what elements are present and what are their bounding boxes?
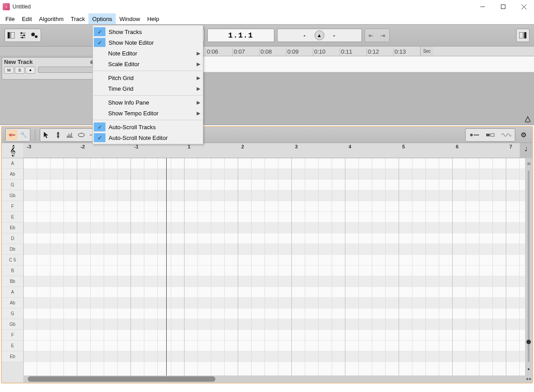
bar-number: 6 — [456, 144, 458, 149]
amplitude-tool-icon[interactable] — [64, 130, 75, 140]
menuitem-note-editor[interactable]: Note Editor▶ — [93, 48, 203, 59]
note-value-icon[interactable]: ♩ — [520, 143, 532, 158]
grid-row — [23, 287, 525, 298]
submenu-arrow-icon: ▶ — [194, 110, 203, 116]
svg-point-12 — [31, 33, 35, 36]
menu-help[interactable]: Help — [143, 13, 163, 24]
vertical-zoom-slider[interactable]: ≋ • — [525, 158, 532, 375]
menuitem-show-tempo-editor[interactable]: Show Tempo Editor▶ — [93, 108, 203, 118]
menuitem-show-info-pane[interactable]: Show Info Pane▶ — [93, 97, 203, 108]
vslider-top-icon: ≋ — [527, 161, 531, 167]
menu-edit[interactable]: Edit — [18, 13, 35, 24]
tempo-right: - — [333, 32, 335, 39]
grid-row — [23, 266, 525, 276]
track-name: New Track — [4, 59, 33, 65]
close-button[interactable] — [513, 0, 534, 13]
layout-panels-icon[interactable] — [6, 30, 17, 41]
pitch-label: Gb — [2, 319, 23, 330]
menuitem-label: Scale Editor — [105, 61, 194, 67]
bar-number: 1 — [188, 144, 190, 149]
wrench-icon[interactable]: 🔧 — [18, 130, 29, 140]
pitch-label: Gb — [2, 190, 23, 201]
menuitem-pitch-grid[interactable]: Pitch Grid▶ — [93, 72, 203, 83]
grid-row — [23, 190, 525, 201]
menuitem-label: Show Tempo Editor — [105, 110, 194, 117]
menuitem-label: Show Note Editor — [106, 39, 194, 46]
horizontal-scrollbar[interactable] — [23, 375, 525, 383]
track-mute-button[interactable]: M — [4, 67, 14, 74]
vslider-bottom-icon: • — [528, 366, 530, 373]
grid-row — [23, 201, 525, 212]
pitch-label: Eb — [2, 351, 23, 362]
menuitem-scale-editor[interactable]: Scale Editor▶ — [93, 59, 203, 69]
svg-point-36 — [470, 134, 473, 136]
menuitem-auto-scroll-note-editor[interactable]: ✓Auto-Scroll Note Editor — [93, 132, 203, 143]
svg-point-32 — [78, 133, 84, 137]
pitch-label: E — [2, 212, 23, 223]
time-tick: 0:13 — [393, 48, 420, 56]
svg-rect-1 — [501, 5, 505, 9]
note-ruler[interactable]: -3-2-11234567 — [23, 143, 520, 158]
svg-point-13 — [35, 35, 38, 38]
minimize-button[interactable] — [472, 0, 493, 13]
pitch-label: A — [2, 287, 23, 298]
menuitem-show-tracks[interactable]: ✓Show Tracks — [93, 26, 203, 37]
svg-rect-18 — [524, 32, 526, 38]
check-icon: ✓ — [94, 122, 105, 131]
view-mode-bars-icon[interactable] — [483, 130, 498, 140]
menuitem-auto-scroll-tracks[interactable]: ✓Auto-Scroll Tracks — [93, 122, 203, 132]
time-unit-label[interactable]: Sec — [420, 46, 433, 56]
grid-row — [23, 341, 525, 351]
right-panel-icon[interactable] — [517, 30, 528, 41]
menuitem-label: Show Tracks — [106, 29, 194, 35]
tempo-display[interactable]: - ▲ - — [277, 29, 362, 42]
playhead[interactable] — [166, 158, 167, 375]
transport-position[interactable]: 1.1.1 — [207, 29, 274, 42]
grid-row — [23, 244, 525, 255]
menubar: FileEditAlgorithmTrackOptionsWindowHelp — [0, 13, 534, 24]
menu-options[interactable]: Options — [88, 13, 116, 24]
note-blob-tool-icon[interactable] — [76, 130, 87, 140]
blob-tool-icon[interactable] — [29, 30, 40, 41]
vslider-thumb[interactable] — [526, 340, 531, 344]
gear-icon[interactable]: ⚙ — [518, 130, 529, 140]
corner-resize-icon[interactable] — [525, 375, 532, 383]
svg-point-9 — [21, 32, 22, 34]
track-area: New Track ⊕ MS● 0:020:030:040:050:060:07… — [0, 46, 534, 125]
check-icon — [93, 59, 105, 69]
track-volume-slider[interactable] — [38, 67, 94, 73]
view-mode-blobs-icon[interactable] — [467, 130, 482, 140]
menuitem-show-note-editor[interactable]: ✓Show Note Editor — [93, 37, 203, 48]
check-icon — [93, 48, 105, 58]
view-mode-waveform-icon[interactable] — [499, 130, 514, 140]
pitch-label: F — [2, 330, 23, 341]
svg-marker-22 — [44, 132, 48, 138]
maximize-button[interactable] — [493, 0, 513, 13]
grid-row — [23, 319, 525, 330]
note-editor: 🔧 ♯ ♮ ◈ ◈ ⚙ 𝄞 A — [1, 126, 533, 384]
blob-view-icon[interactable] — [7, 130, 17, 140]
menu-file[interactable]: File — [2, 13, 18, 24]
menu-window[interactable]: Window — [116, 13, 143, 24]
track-record-button[interactable]: ● — [25, 67, 35, 74]
pointer-tool-icon[interactable] — [41, 130, 52, 140]
pitch-tool-icon[interactable] — [53, 130, 63, 140]
track-solo-button[interactable]: S — [15, 67, 25, 74]
time-tick: 0:08 — [259, 48, 286, 56]
track-corner-icon[interactable] — [524, 116, 531, 123]
menu-track[interactable]: Track — [67, 13, 88, 24]
time-tick: 0:06 — [206, 48, 232, 56]
metronome-icon[interactable]: ▲ — [315, 30, 324, 40]
menu-algorithm[interactable]: Algorithm — [35, 13, 67, 24]
track-card[interactable]: New Track ⊕ MS● — [2, 57, 97, 80]
check-icon — [93, 108, 105, 118]
clef-icon[interactable]: 𝄞 — [2, 143, 23, 158]
check-icon — [93, 97, 105, 107]
pitch-label: Bb — [2, 276, 23, 287]
svg-marker-25 — [57, 136, 59, 138]
mixer-sliders-icon[interactable] — [17, 30, 28, 41]
menuitem-time-grid[interactable]: Time Grid▶ — [93, 83, 203, 94]
note-grid[interactable] — [23, 158, 525, 375]
scrollbar-thumb[interactable] — [28, 376, 215, 382]
check-icon: ✓ — [94, 38, 105, 47]
